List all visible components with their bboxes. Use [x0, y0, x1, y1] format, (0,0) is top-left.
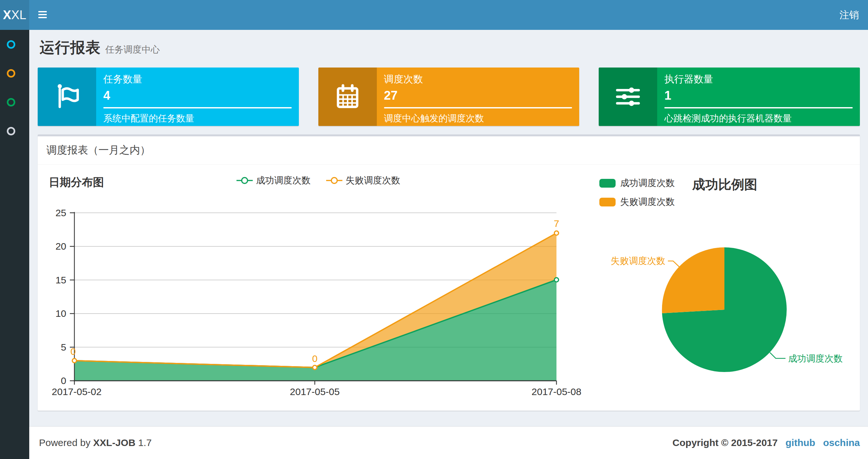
fail-point	[313, 365, 317, 370]
sidebar-item-executors[interactable]	[0, 88, 29, 117]
y-tick-label: 5	[61, 342, 66, 353]
info-box-row: 任务数量 4 系统中配置的任务数量	[38, 67, 860, 126]
x-tick-label: 2017-05-05	[290, 386, 339, 397]
legend-label: 失败调度次数	[620, 196, 675, 208]
x-axis-labels: 2017-05-02 2017-05-05 2017-05-08	[52, 386, 581, 397]
y-tick-label: 0	[61, 375, 66, 386]
flag-icon	[38, 67, 96, 126]
info-box-triggers: 调度次数 27 调度中心触发的调度次数	[318, 67, 580, 126]
point-label: 0	[312, 353, 318, 364]
line-legend-marker-icon	[237, 176, 253, 185]
info-box-jobs: 任务数量 4 系统中配置的任务数量	[38, 67, 299, 126]
sidebar-item-jobs[interactable]	[0, 59, 29, 88]
oschina-link[interactable]: oschina	[823, 437, 860, 448]
circle-outline-icon	[7, 69, 15, 77]
product-name: XXL-JOB	[93, 437, 135, 448]
product-version: 1.7	[138, 437, 152, 448]
logo-rest-text: XL	[11, 8, 26, 22]
info-box-value: 4	[103, 89, 292, 103]
logo-bold-text: X	[3, 8, 11, 22]
calendar-icon	[318, 67, 377, 126]
hamburger-icon	[38, 11, 47, 20]
report-panel: 调度报表（一月之内）	[38, 134, 860, 411]
pie-label-line-fail	[668, 261, 680, 267]
legend-label: 成功调度次数	[620, 177, 675, 189]
footer-copyright: Copyright © 2015-2017 github oschina	[673, 437, 860, 448]
circle-outline-icon	[7, 40, 15, 49]
report-panel-title: 调度报表（一月之内）	[38, 136, 860, 165]
legend-item-success[interactable]: 成功调度次数	[599, 177, 675, 189]
y-tick-label: 20	[56, 241, 66, 252]
pie-callout-label-fail: 失败调度次数	[611, 256, 665, 266]
powered-prefix: Powered by	[39, 437, 90, 448]
info-box-description: 心跳检测成功的执行器机器数量	[664, 112, 853, 125]
info-box-description: 系统中配置的任务数量	[103, 112, 292, 125]
legend-label: 成功调度次数	[256, 174, 311, 187]
report-panel-body: 25 20 15 10 5 0 2017-05-02 2017-05-05 20…	[38, 165, 860, 411]
github-link[interactable]: github	[785, 437, 815, 448]
circle-outline-icon	[7, 98, 15, 106]
pie-chart-legend: 成功调度次数 失败调度次数	[599, 177, 675, 215]
info-box-label: 执行器数量	[664, 73, 853, 86]
legend-swatch-icon	[599, 179, 616, 188]
pie-slice-fail	[662, 248, 724, 313]
x-tick-label: 2017-05-02	[52, 386, 101, 397]
info-box-description: 调度中心触发的调度次数	[384, 112, 572, 125]
main-content: 运行报表任务调度中心 任务数量 4 系统中配置的任务数量	[29, 30, 868, 426]
sidebar	[0, 30, 29, 459]
info-box-content: 任务数量 4 系统中配置的任务数量	[96, 67, 299, 126]
app-logo[interactable]: XXL	[0, 0, 29, 30]
copyright-text: Copyright © 2015-2017	[673, 437, 778, 448]
legend-item-fail[interactable]: 失败调度次数	[326, 174, 400, 187]
info-box-divider	[664, 107, 853, 108]
info-box-value: 27	[384, 89, 572, 103]
info-box-content: 执行器数量 1 心跳检测成功的执行器机器数量	[657, 67, 860, 126]
info-box-divider	[384, 107, 572, 108]
info-box-label: 任务数量	[103, 73, 292, 86]
y-tick-label: 25	[56, 207, 66, 218]
charts-canvas: 25 20 15 10 5 0 2017-05-02 2017-05-05 20…	[38, 165, 860, 411]
page-title: 运行报表	[40, 39, 101, 56]
legend-item-success[interactable]: 成功调度次数	[237, 174, 311, 187]
page-subtitle: 任务调度中心	[105, 44, 160, 55]
logout-link[interactable]: 注销	[830, 0, 868, 30]
y-tick-label: 10	[56, 308, 66, 319]
success-point	[555, 278, 559, 282]
pie-label-line-success	[770, 353, 785, 358]
page-header: 运行报表任务调度中心	[40, 38, 860, 58]
fail-point	[555, 231, 559, 235]
top-navbar: XXL 注销	[0, 0, 868, 30]
sidebar-item-dashboard[interactable]	[0, 30, 29, 59]
footer: Powered by XXL-JOB 1.7 Copyright © 2015-…	[29, 426, 868, 459]
sliders-icon	[599, 67, 657, 126]
circle-outline-icon	[7, 127, 15, 135]
line-chart-legend: 成功调度次数 失败调度次数	[237, 174, 400, 187]
point-label: 0	[70, 346, 76, 357]
y-tick-label: 15	[56, 274, 66, 285]
sidebar-toggle-button[interactable]	[29, 0, 59, 30]
info-box-value: 1	[664, 89, 853, 103]
legend-swatch-icon	[599, 198, 616, 206]
sidebar-item-help[interactable]	[0, 117, 29, 145]
y-axis-labels: 25 20 15 10 5 0	[56, 207, 66, 386]
info-box-label: 调度次数	[384, 73, 572, 86]
info-box-executors: 执行器数量 1 心跳检测成功的执行器机器数量	[599, 67, 860, 126]
line-legend-marker-icon	[326, 176, 342, 185]
legend-label: 失败调度次数	[346, 174, 400, 187]
info-box-content: 调度次数 27 调度中心触发的调度次数	[377, 67, 580, 126]
info-box-divider	[103, 107, 292, 108]
pie-callout-label-success: 成功调度次数	[788, 354, 843, 364]
x-tick-label: 2017-05-08	[531, 386, 581, 397]
footer-powered-by: Powered by XXL-JOB 1.7	[39, 437, 152, 448]
point-label: 7	[554, 218, 559, 229]
legend-item-fail[interactable]: 失败调度次数	[599, 196, 675, 208]
fail-point	[72, 359, 77, 363]
